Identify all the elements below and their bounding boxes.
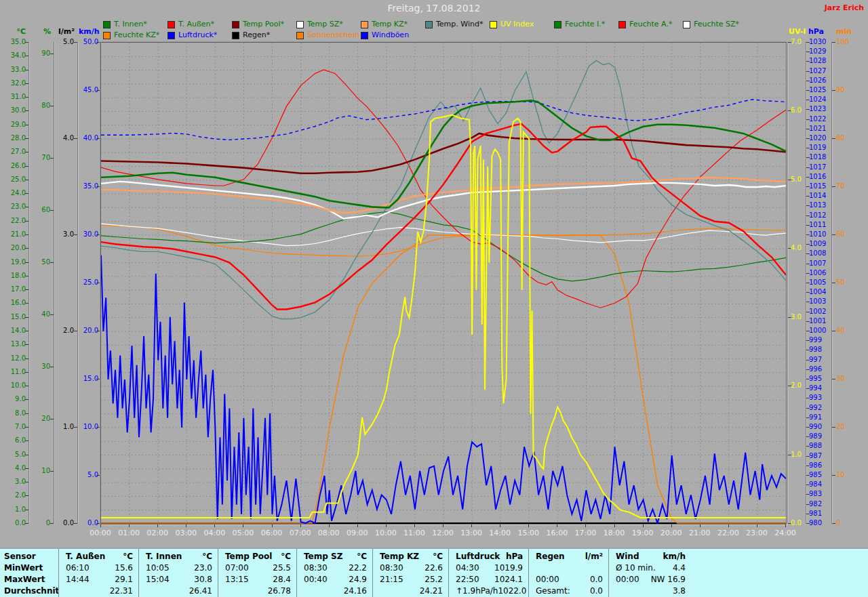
table-col-unit: hPa xyxy=(506,551,528,562)
axis-tick-label-c: 25.0 xyxy=(0,176,26,183)
legend-row-2: Feuchte KZ*Luftdruck*Regen*SonnenscheinW… xyxy=(103,31,425,39)
table-cell: 13:1528.4 xyxy=(218,574,296,585)
axis-tick xyxy=(832,90,835,91)
table-column-Temp KZ: Temp KZ°C08:3022.621:1525.224.21 xyxy=(372,549,448,597)
axis-tick-label-kmh: 25.0 xyxy=(58,279,98,286)
axis-tick-label-c: 17.0 xyxy=(0,286,26,293)
table-cell: 00:4024.9 xyxy=(297,574,372,585)
x-axis-label: 23:00 xyxy=(746,529,768,537)
axis-tick-label-hpa: 997 xyxy=(809,356,839,363)
page-title: Freitag, 17.08.2012 xyxy=(0,3,868,14)
table-col-label: Temp SZ xyxy=(297,551,357,562)
legend-item: T. Innen* xyxy=(103,20,167,28)
legend-label: Feuchte A.* xyxy=(629,20,672,28)
legend-label: Temp. Wind* xyxy=(436,20,483,28)
x-axis-label: 18:00 xyxy=(604,529,625,537)
axis-tick-label-c: 35.0 xyxy=(0,39,26,45)
legend-item: Temp Pool* xyxy=(232,20,296,28)
x-axis-label: 24:00 xyxy=(774,529,796,537)
axis-tick xyxy=(50,106,54,106)
axis-tick-label-hpa: 1009 xyxy=(809,241,839,247)
axis-tick-label-hpa: 1003 xyxy=(809,298,839,305)
table-cell: 26.78 xyxy=(218,585,296,597)
x-axis-label: 09:00 xyxy=(347,529,368,537)
axis-tick-label-min: 50 xyxy=(836,279,866,286)
x-axis-tick xyxy=(585,524,586,527)
axis-tick-label-pct: 20 xyxy=(9,415,50,422)
legend-swatch-icon xyxy=(167,32,175,39)
table-cell: 15:0430.8 xyxy=(139,574,218,585)
axis-tick-label-c: 7.0 xyxy=(0,424,26,430)
table-col-label: Temp KZ xyxy=(373,551,433,562)
x-axis-label: 11:00 xyxy=(403,529,425,537)
axis-unit-pressure: hPa xyxy=(808,27,831,36)
axis-tick-label-hpa: 981 xyxy=(809,510,839,517)
x-axis-label: 07:00 xyxy=(290,529,311,537)
axis-rail-pct xyxy=(54,42,54,523)
axis-tick-label-c: 26.0 xyxy=(0,163,26,169)
axis-tick-label-min: 80 xyxy=(836,135,866,142)
x-axis-label: 21:00 xyxy=(689,529,711,537)
x-axis-label: 12:00 xyxy=(432,529,454,537)
table-cell: 00:00NW 16.9 xyxy=(609,574,691,585)
legend-item: Sonnenschein xyxy=(296,31,361,39)
axis-tick xyxy=(832,283,835,283)
axis-tick-label-c: 28.0 xyxy=(0,135,26,142)
legend-item: T. Außen* xyxy=(167,20,232,28)
axis-tick-label-min: 30 xyxy=(836,375,866,382)
legend-swatch-icon xyxy=(554,21,561,28)
legend-swatch-icon xyxy=(103,32,111,39)
x-axis-tick xyxy=(100,524,101,527)
x-axis-label: 15:00 xyxy=(517,529,539,537)
legend-swatch-icon xyxy=(490,21,497,28)
axis-tick-label-hpa: 987 xyxy=(809,453,839,459)
axis-tick-label-kmh: 35.0 xyxy=(58,183,98,190)
x-axis-tick xyxy=(243,524,243,527)
axis-unit-rain: l/m² xyxy=(54,27,75,36)
axis-tick-label-hpa: 1022 xyxy=(809,116,839,123)
x-axis-label: 05:00 xyxy=(233,529,254,537)
legend-label: Windböen xyxy=(372,31,409,39)
axis-tick-label-hpa: 1004 xyxy=(809,289,839,295)
axis-tick xyxy=(50,262,54,263)
x-axis-tick xyxy=(643,524,644,527)
x-axis-tick xyxy=(214,524,215,527)
legend-swatch-icon xyxy=(425,21,433,28)
legend-item: Feuchte SZ* xyxy=(683,20,747,28)
legend-label: Luftdruck* xyxy=(178,31,217,39)
legend-label: Regen* xyxy=(243,31,270,39)
axis-tick xyxy=(832,234,835,235)
axis-tick-label-hpa: 991 xyxy=(809,414,839,421)
table-row-header: Durchschnitt xyxy=(0,585,58,597)
table-col-unit: °C xyxy=(202,551,218,562)
legend-label: Sonnenschein xyxy=(307,31,359,39)
table-cell: 10:0523.0 xyxy=(139,562,218,574)
legend-item: UV Index xyxy=(490,20,554,28)
axis-tick-label-c: 32.0 xyxy=(0,80,26,87)
axis-tick-label-kmh: 30.0 xyxy=(58,231,98,238)
x-axis-label: 16:00 xyxy=(546,529,568,537)
axis-tick-label-min: 70 xyxy=(836,183,866,190)
legend-item: Feuchte KZ* xyxy=(103,31,167,39)
axis-unit-minutes: min xyxy=(836,27,859,36)
axis-tick xyxy=(832,138,835,139)
legend-swatch-icon xyxy=(361,21,368,28)
axis-tick-label-c: 33.0 xyxy=(0,66,26,73)
axis-tick-label-hpa: 1002 xyxy=(809,308,839,315)
axis-tick-label-hpa: 986 xyxy=(809,462,839,469)
x-axis-tick xyxy=(785,524,786,527)
legend-label: Temp SZ* xyxy=(307,20,343,28)
x-axis-tick xyxy=(528,524,529,527)
legend-item: Feuchte A.* xyxy=(618,20,683,28)
x-axis-label: 10:00 xyxy=(375,529,397,537)
x-axis-tick xyxy=(329,524,330,527)
axis-tick-label-hpa: 999 xyxy=(809,337,839,344)
axis-tick-label-min: 10 xyxy=(836,472,866,478)
table-col-unit: km/h xyxy=(663,551,691,562)
axis-tick-label-c: 2.0 xyxy=(0,492,26,499)
x-axis-tick xyxy=(757,524,757,527)
axis-unit-wind: km/h xyxy=(79,27,99,36)
axis-tick-label-hpa: 1008 xyxy=(809,250,839,257)
axis-tick xyxy=(50,54,54,54)
x-axis-label: 04:00 xyxy=(203,529,225,537)
